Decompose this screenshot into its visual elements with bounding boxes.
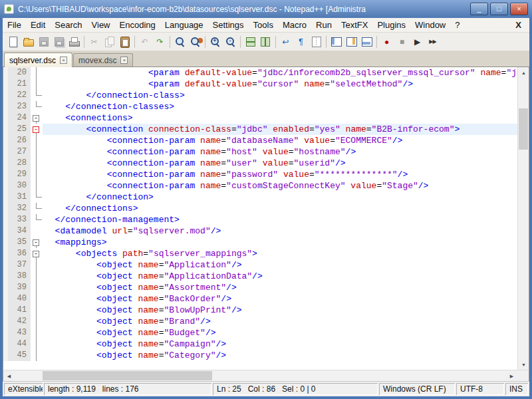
code-line[interactable]: <object name="ApplicationData"/>	[43, 271, 517, 282]
code-line[interactable]: <connection-param name="user" value="use…	[43, 158, 517, 169]
menu-window[interactable]: Window	[410, 19, 450, 31]
menu-encoding[interactable]: Encoding	[115, 19, 160, 31]
menu-textfx[interactable]: TextFX	[336, 19, 372, 31]
menu-macro[interactable]: Macro	[278, 19, 311, 31]
bookmark-margin	[3, 67, 8, 78]
function-list-button[interactable]	[329, 34, 344, 49]
scroll-right-icon[interactable]: ▶	[506, 370, 517, 382]
zoom-out-button[interactable]	[223, 34, 238, 49]
redo-button[interactable]: ↷	[152, 34, 168, 49]
vertical-scrollbar[interactable]: ▲ ▼	[517, 67, 529, 370]
new-file-button[interactable]	[5, 34, 21, 49]
save-all-button[interactable]	[51, 34, 66, 49]
menu-language[interactable]: Language	[160, 19, 208, 31]
sync-horizontal-button[interactable]	[258, 34, 273, 49]
scroll-down-icon[interactable]: ▼	[518, 359, 529, 370]
code-line[interactable]: </connection-classes>	[43, 101, 517, 112]
close-button[interactable]: ×	[510, 3, 528, 15]
code-line[interactable]: <connections>	[43, 112, 517, 124]
replace-button[interactable]	[188, 34, 203, 49]
macro-play-button[interactable]: ▶	[410, 34, 425, 49]
doc-map-button[interactable]	[344, 34, 359, 49]
code-line[interactable]: </connections>	[43, 203, 517, 214]
code-line[interactable]: <connection-param name="password" value=…	[43, 169, 517, 180]
open-file-button[interactable]	[21, 34, 36, 49]
menu-tools[interactable]: Tools	[249, 19, 278, 31]
editor-lines[interactable]: 20 <param default-value="jdbc/inforecomb…	[3, 67, 517, 370]
minimize-button[interactable]: _	[470, 3, 488, 15]
code-line[interactable]: <object name="Category"/>	[43, 350, 517, 361]
code-line[interactable]: <object name="Assortment"/>	[43, 282, 517, 293]
fold-collapse-icon[interactable]: -	[33, 115, 39, 122]
save-button[interactable]	[36, 34, 51, 49]
menu-file[interactable]: File	[3, 19, 26, 31]
doc-switcher-icon	[360, 35, 373, 48]
code-line[interactable]: <datamodel url="sqlserver.mod"/>	[43, 225, 517, 237]
find-button[interactable]	[172, 34, 188, 49]
code-line[interactable]: <param default-value="jdbc/inforecomb2b_…	[43, 67, 517, 78]
editor-line: 40 <object name="BackOrder"/>	[3, 293, 517, 305]
indent-guide-button[interactable]	[309, 34, 324, 49]
code-line[interactable]: <connection-param name="host" value="hos…	[43, 146, 517, 158]
tab-sqlserver-dsc[interactable]: sqlserver.dsc×	[4, 53, 72, 67]
macro-record-button[interactable]: ●	[379, 34, 394, 49]
hscroll-track[interactable]	[15, 370, 506, 381]
code-line[interactable]: </connection>	[43, 192, 517, 203]
notepadpp-window: C:\Users\THIBAUD\workspace\infor-ecom-b2…	[0, 0, 532, 399]
fold-margin	[31, 90, 43, 101]
scroll-left-icon[interactable]: ◀	[3, 370, 15, 382]
menu-view[interactable]: View	[87, 19, 115, 31]
code-line[interactable]: <object name="Campaign"/>	[43, 338, 517, 350]
code-line[interactable]: <objects path="sqlserver_mappings">	[43, 248, 517, 259]
vscroll-track[interactable]	[518, 78, 529, 359]
menu-run[interactable]: Run	[311, 19, 336, 31]
macro-stop-button[interactable]: ■	[394, 34, 410, 49]
menu-edit[interactable]: Edit	[26, 19, 50, 31]
tab-close-icon[interactable]: ×	[120, 57, 128, 64]
menu-plugins[interactable]: Plugins	[372, 19, 410, 31]
undo-button[interactable]: ↶	[137, 34, 152, 49]
maximize-button[interactable]: □	[490, 3, 508, 15]
tab-movex-dsc[interactable]: movex.dsc×	[73, 53, 133, 66]
print-button[interactable]	[66, 34, 82, 49]
code-line[interactable]: <connection-param name="customStageConne…	[43, 180, 517, 192]
code-line[interactable]: <object name="Budget"/>	[43, 327, 517, 338]
doc-switcher-button[interactable]	[359, 34, 374, 49]
bookmark-margin	[3, 192, 8, 203]
horizontal-scrollbar[interactable]: ◀ ▶	[3, 370, 529, 381]
copy-button[interactable]	[102, 34, 117, 49]
zoom-in-button[interactable]	[207, 34, 223, 49]
word-wrap-button[interactable]: ↩	[278, 34, 293, 49]
cut-button[interactable]: ✂	[86, 34, 102, 49]
macro-run-multiple-button[interactable]: ▶▶	[425, 34, 440, 49]
code-line[interactable]: <connection connection-class="jdbc" enab…	[43, 124, 517, 135]
toolbar-separator	[84, 36, 84, 48]
code-line[interactable]: </connection-management>	[43, 214, 517, 225]
macro-run-multiple-icon: ▶▶	[426, 35, 439, 48]
code-line[interactable]: <connection-param name="databaseName" va…	[43, 135, 517, 146]
fold-collapse-icon[interactable]: -	[33, 126, 39, 133]
sync-vertical-button[interactable]	[243, 34, 258, 49]
code-line[interactable]: <object name="BlowUpPrint"/>	[43, 305, 517, 316]
scroll-up-icon[interactable]: ▲	[518, 67, 529, 78]
menu-close-icon[interactable]: X	[507, 20, 529, 30]
show-all-chars-button[interactable]: ¶	[293, 34, 309, 49]
menu-settings[interactable]: Settings	[208, 19, 249, 31]
code-line[interactable]: <object name="BackOrder"/>	[43, 293, 517, 305]
menu-help[interactable]: ?	[450, 19, 464, 31]
vscroll-thumb[interactable]	[519, 108, 528, 150]
code-line[interactable]: </connection-class>	[43, 90, 517, 101]
fold-collapse-icon[interactable]: -	[33, 251, 39, 257]
code-line[interactable]: <param default-value="cursor" name="sele…	[43, 78, 517, 90]
paste-button[interactable]	[117, 34, 132, 49]
tab-close-icon[interactable]: ×	[60, 57, 67, 64]
editor-line: 30 <connection-param name="customStageCo…	[3, 180, 517, 192]
menu-search[interactable]: Search	[50, 19, 86, 31]
fold-collapse-icon[interactable]: -	[33, 239, 39, 246]
code-line[interactable]: <mappings>	[43, 237, 517, 248]
titlebar[interactable]: C:\Users\THIBAUD\workspace\infor-ecom-b2…	[0, 0, 532, 18]
hscroll-thumb[interactable]	[43, 371, 212, 380]
code-line[interactable]: <object name="Brand"/>	[43, 316, 517, 327]
bookmark-margin	[3, 271, 8, 282]
code-line[interactable]: <object name="Application"/>	[43, 259, 517, 271]
